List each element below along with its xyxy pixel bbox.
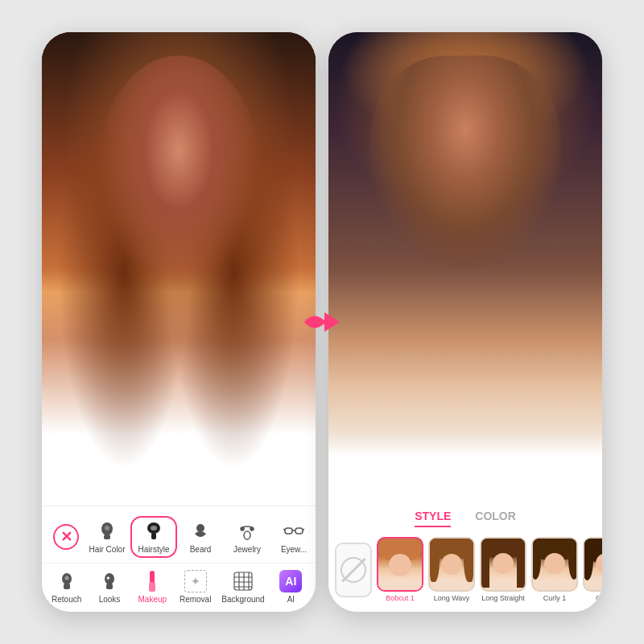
right-photo-area — [328, 32, 602, 503]
ai-label: AI — [287, 595, 295, 604]
jewelry-icon — [236, 520, 258, 543]
svg-text:✦: ✦ — [105, 575, 111, 582]
beard-tool[interactable]: Beard — [177, 517, 224, 557]
svg-point-6 — [196, 524, 204, 532]
arrow-container — [298, 298, 346, 346]
longwavy-thumb — [428, 537, 475, 592]
svg-rect-11 — [295, 528, 303, 534]
phone-comparison: ✕ Hair Color — [42, 32, 602, 612]
svg-rect-16 — [64, 584, 70, 589]
looks-icon: ✦ — [98, 570, 121, 592]
removal-icon: ✦ — [184, 570, 207, 592]
retouch-label: Retouch — [52, 595, 81, 604]
svg-rect-5 — [151, 533, 156, 539]
looks-label: Looks — [99, 595, 121, 604]
curly2-label: Curly ! — [596, 594, 602, 602]
hair-color-label: Hair Color — [89, 545, 125, 554]
hairstyle-curly1[interactable]: Curly 1 — [531, 537, 578, 602]
hairstyle-curly2[interactable]: Curly ! — [583, 537, 602, 602]
tab-color[interactable]: COLOR — [475, 510, 516, 527]
longstraight-label: Long Straight — [481, 594, 525, 602]
bobcut1-label: Bobcut 1 — [386, 594, 415, 602]
svg-rect-19 — [106, 584, 113, 589]
left-phone: ✕ Hair Color — [42, 32, 316, 612]
hairstyle-icon — [142, 520, 165, 543]
hair-color-icon — [96, 520, 118, 543]
retouch-tool[interactable]: Retouch — [45, 567, 88, 607]
removal-label: Removal — [180, 595, 211, 604]
background-tool[interactable]: Background — [217, 567, 269, 607]
style-color-tabs: STYLE COLOR — [328, 510, 602, 527]
svg-rect-23 — [234, 572, 252, 590]
cancel-button[interactable]: ✕ — [48, 521, 84, 553]
svg-point-4 — [151, 526, 157, 530]
left-photo-area — [42, 32, 316, 506]
eyewear-tool[interactable]: Eyew... — [270, 517, 316, 557]
makeup-tool[interactable]: Makeup — [131, 567, 174, 607]
hairstyle-selector: Bobcut 1 Long Wavy — [328, 534, 602, 605]
background-label: Background — [221, 595, 264, 604]
retouch-icon — [56, 570, 78, 592]
left-woman-image — [42, 32, 316, 506]
background-icon — [232, 570, 254, 592]
hairstyle-tool[interactable]: Hairstyle — [130, 516, 177, 558]
tab-style[interactable]: STYLE — [415, 510, 451, 527]
hairstyle-longstraight[interactable]: Long Straight — [480, 537, 526, 602]
svg-point-2 — [105, 526, 109, 530]
right-bottom-panel: STYLE COLOR — [328, 503, 602, 612]
eyewear-label: Eyew... — [281, 545, 307, 554]
jewelry-label: Jewelry — [233, 545, 261, 554]
makeup-icon — [141, 570, 163, 592]
curly1-thumb — [531, 537, 578, 592]
jewelry-tool[interactable]: Jewelry — [224, 517, 270, 557]
app-container: ✕ Hair Color — [0, 0, 644, 644]
toolbar-row-1: ✕ Hair Color — [42, 513, 316, 561]
hairstyle-none-thumb — [335, 543, 372, 597]
svg-rect-1 — [104, 535, 110, 539]
longstraight-thumb — [480, 537, 526, 592]
svg-point-9 — [244, 531, 250, 539]
ai-tool[interactable]: AI AI — [270, 567, 312, 607]
eyewear-icon — [283, 520, 305, 543]
looks-tool[interactable]: ✦ Looks — [88, 567, 130, 607]
svg-point-17 — [64, 576, 68, 580]
bobcut1-thumb — [377, 537, 423, 592]
svg-marker-30 — [324, 312, 340, 332]
beard-icon — [189, 520, 212, 543]
longwavy-label: Long Wavy — [434, 594, 470, 602]
curly2-thumb — [583, 537, 602, 592]
removal-tool[interactable]: ✦ Removal — [174, 567, 217, 607]
svg-rect-10 — [285, 528, 292, 534]
beard-label: Beard — [190, 545, 212, 554]
left-toolbar: ✕ Hair Color — [42, 506, 316, 612]
svg-rect-22 — [149, 582, 155, 592]
hairstyle-label: Hairstyle — [138, 545, 170, 554]
hairstyle-none[interactable] — [335, 543, 372, 597]
svg-point-8 — [250, 527, 254, 530]
makeup-label: Makeup — [138, 595, 167, 604]
none-icon — [341, 557, 366, 583]
right-phone: STYLE COLOR — [328, 32, 602, 612]
hairstyle-longwavy[interactable]: Long Wavy — [428, 537, 475, 602]
ai-icon: AI — [279, 570, 302, 592]
cancel-icon: ✕ — [53, 524, 79, 550]
curly1-label: Curly 1 — [543, 594, 567, 602]
hairstyle-bobcut1[interactable]: Bobcut 1 — [377, 537, 423, 602]
hair-color-tool[interactable]: Hair Color — [84, 517, 130, 557]
svg-point-7 — [241, 527, 244, 530]
right-woman-image — [328, 32, 602, 503]
toolbar-row-2: Retouch ✦ Looks — [42, 563, 316, 609]
right-arrow-icon — [298, 298, 346, 346]
